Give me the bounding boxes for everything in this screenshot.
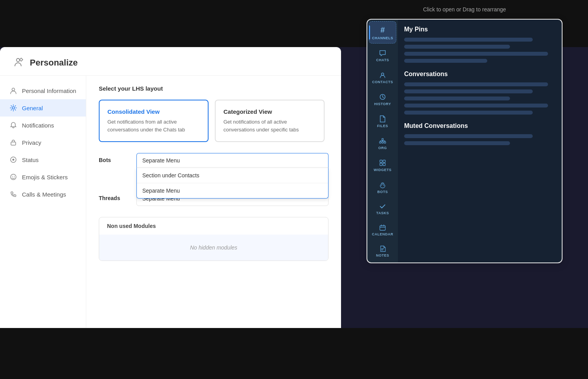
icon-bar-item-history[interactable]: HISTORY	[369, 89, 396, 109]
sidebar-item-status[interactable]: Status	[0, 151, 86, 168]
svg-rect-21	[383, 160, 385, 162]
preview-bar	[404, 59, 487, 63]
sidebar-item-calls-meetings[interactable]: Calls & Meetings	[0, 186, 86, 203]
threads-label: Threads	[99, 191, 130, 201]
preview-bar	[404, 52, 548, 56]
svg-rect-18	[384, 142, 386, 143]
icon-bar-item-bots[interactable]: BOTS	[369, 177, 396, 197]
icon-bar-item-calendar[interactable]: CALENDAR	[369, 220, 396, 240]
sidebar-item-general[interactable]: General	[0, 99, 86, 117]
widgets-icon	[379, 159, 386, 166]
chats-icon	[379, 49, 386, 56]
preview-bar	[404, 104, 548, 108]
preview-bar	[404, 38, 533, 42]
sidebar-label-notifications: Notifications	[22, 122, 54, 129]
sidebar-item-privacy[interactable]: Privacy	[0, 134, 86, 151]
sidebar-label-status: Status	[22, 157, 39, 163]
history-label: HISTORY	[374, 102, 391, 106]
phone-icon	[9, 190, 17, 198]
settings-body: Personal Information General	[0, 76, 341, 328]
consolidated-view-card[interactable]: Consolidated View Get notifications from…	[99, 100, 209, 142]
preview-bar	[404, 134, 533, 138]
tasks-icon	[379, 203, 386, 210]
preview-bar	[404, 45, 510, 49]
preview-bar	[404, 97, 510, 100]
chats-label: CHATS	[376, 58, 389, 62]
icon-bar-item-chats[interactable]: CHATS	[369, 45, 396, 66]
bots-option-separate[interactable]: Separate Menu	[137, 183, 328, 198]
consolidated-view-title: Consolidated View	[107, 108, 200, 115]
preview-bar	[404, 89, 533, 93]
svg-point-1	[20, 58, 22, 61]
personalize-icon	[13, 56, 25, 69]
icon-bar-item-files[interactable]: FILES	[369, 111, 396, 131]
categorized-view-card[interactable]: Categorized View Get notifications of al…	[215, 100, 325, 142]
icon-bar-item-widgets[interactable]: WIDGETS	[369, 155, 396, 175]
svg-point-11	[11, 174, 16, 180]
person-icon	[9, 87, 17, 95]
svg-rect-20	[380, 160, 382, 162]
bots-label: Bots	[99, 153, 130, 163]
svg-rect-27	[380, 226, 385, 230]
svg-rect-8	[11, 142, 16, 145]
preview-container: # CHANNELS CHATS	[367, 19, 563, 263]
settings-header: Personalize	[0, 47, 341, 76]
layout-options: Consolidated View Get notifications from…	[99, 100, 328, 142]
sidebar-label-privacy: Privacy	[22, 139, 41, 146]
notes-icon	[379, 246, 386, 252]
icon-bar-item-org[interactable]: ORG	[369, 133, 396, 153]
status-icon	[9, 156, 17, 164]
bots-control: Separate Menu Section under Contacts Sep…	[136, 153, 328, 168]
contacts-icon	[379, 71, 386, 78]
tasks-label: TASKS	[376, 211, 389, 215]
bots-icon-label: BOTS	[377, 190, 388, 194]
svg-rect-16	[379, 142, 381, 143]
sidebar-label-emojis-stickers: Emojis & Stickers	[22, 174, 68, 180]
files-icon	[379, 115, 386, 122]
settings-main-content: Select your LHS layout Consolidated View…	[86, 76, 341, 328]
svg-point-14	[381, 73, 384, 75]
preview-section-conversations: Conversations	[404, 71, 555, 78]
widgets-label: WIDGETS	[374, 168, 392, 172]
icon-bar-item-channels[interactable]: # CHANNELS	[369, 21, 396, 44]
bots-dropdown-menu: Section under Contacts Separate Menu	[136, 168, 328, 199]
svg-point-13	[14, 176, 15, 177]
bell-icon	[9, 121, 17, 129]
calendar-icon	[379, 224, 386, 231]
sidebar-label-general: General	[22, 105, 43, 111]
svg-point-7	[12, 107, 15, 109]
svg-point-25	[381, 185, 382, 186]
preview-hint: Click to open or Drag to rearrange	[423, 6, 506, 13]
consolidated-view-desc: Get notifications from all active conver…	[107, 118, 200, 133]
icon-bar-item-tasks[interactable]: TASKS	[369, 199, 396, 219]
sidebar-item-emojis-stickers[interactable]: Emojis & Stickers	[0, 168, 86, 186]
preview-section-muted: Muted Conversations	[404, 122, 555, 129]
icon-bar-item-contacts[interactable]: CONTACTS	[369, 67, 396, 87]
bots-option-section[interactable]: Section under Contacts	[137, 168, 328, 183]
bots-row: Bots Separate Menu Section under Contact…	[99, 153, 328, 168]
categorized-view-title: Categorized View	[223, 108, 316, 115]
svg-rect-22	[380, 163, 382, 166]
svg-rect-23	[383, 163, 385, 166]
icon-bar: # CHANNELS CHATS	[367, 20, 398, 262]
icon-bar-item-notes[interactable]: NOTES	[369, 241, 396, 261]
categorized-view-desc: Get notifications of all active conversa…	[223, 118, 316, 133]
bots-icon	[379, 181, 386, 188]
bots-dropdown[interactable]: Separate Menu Section under Contacts Sep…	[136, 153, 328, 168]
preview-panel: Click to open or Drag to rearrange # CHA…	[341, 0, 588, 379]
channels-icon: #	[380, 26, 385, 35]
bots-input[interactable]: Separate Menu	[136, 153, 328, 168]
modules-section-title: Non used Modules	[99, 217, 328, 235]
sidebar-item-notifications[interactable]: Notifications	[0, 117, 86, 134]
svg-point-10	[13, 159, 15, 161]
contacts-label: CONTACTS	[372, 80, 393, 84]
page-title: Personalize	[30, 58, 78, 68]
files-label: FILES	[377, 124, 388, 128]
emoji-icon	[9, 173, 17, 181]
org-label: ORG	[378, 146, 387, 150]
preview-bar	[404, 82, 548, 86]
sidebar-item-personal-information[interactable]: Personal Information	[0, 82, 86, 99]
svg-point-0	[16, 58, 20, 62]
preview-section-my-pins: My Pins	[404, 26, 555, 33]
org-icon	[379, 137, 386, 144]
